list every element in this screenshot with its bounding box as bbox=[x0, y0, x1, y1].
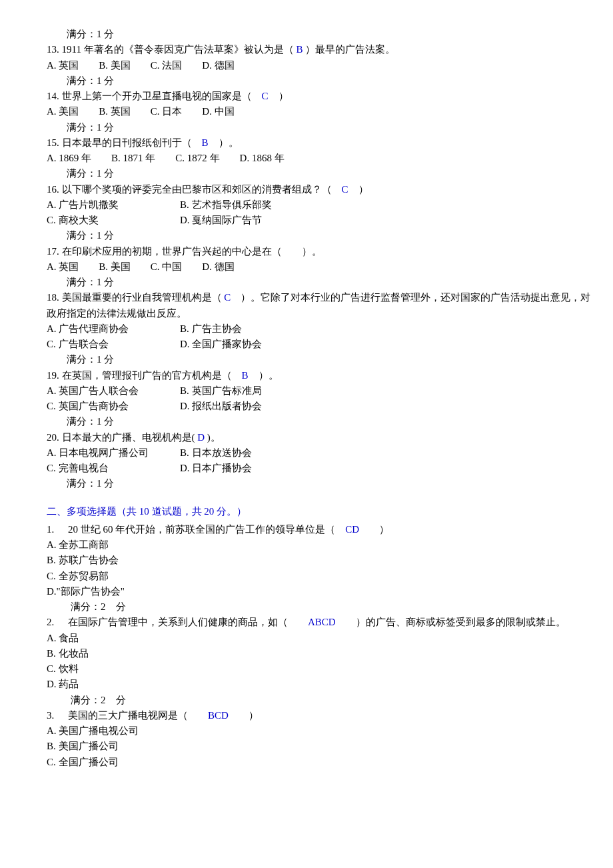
q13-options: A. 英国 B. 美国 C. 法国 D. 德国 bbox=[47, 58, 593, 73]
q20-opt-a: A. 日本电视网广播公司 bbox=[47, 445, 180, 461]
score-label-2: 满分：2 分 bbox=[47, 599, 593, 615]
q16-options-row1: A. 广告片凯撒奖B. 艺术指导俱乐部奖 bbox=[47, 197, 593, 213]
q20-answer: D bbox=[195, 432, 207, 443]
q18-opt-a: A. 广告代理商协会 bbox=[47, 321, 180, 337]
q14-options: A. 美国 B. 英国 C. 日本 D. 中国 bbox=[47, 104, 593, 119]
q16-opt-a: A. 广告片凯撒奖 bbox=[47, 197, 180, 213]
m2-options: A. 食品 B. 化妆品 C. 饮料 D. 药品 bbox=[47, 631, 593, 693]
score-label: 满分：1 分 bbox=[47, 275, 593, 290]
q13-stem-a: 13. 1911 年著名的《普令泰因克广告法草案》被认为是（ bbox=[47, 44, 294, 55]
q13-answer: B bbox=[294, 44, 306, 55]
m2-opt-b: B. 化妆品 bbox=[47, 646, 593, 661]
q14-stem-a: 14. 世界上第一个开办卫星直播电视的国家是（ bbox=[47, 91, 252, 101]
m1-opt-b: B. 苏联广告协会 bbox=[47, 553, 593, 568]
m1-stem-a: 20 世纪 60 年代开始，前苏联全国的广告工作的领导单位是（ bbox=[68, 524, 335, 535]
score-label: 满分：1 分 bbox=[47, 166, 593, 181]
m1-opt-a: A. 全苏工商部 bbox=[47, 537, 593, 553]
q15-text: 15. 日本最早的日刊报纸创刊于（ B ）。 bbox=[47, 135, 593, 151]
q20-options-row1: A. 日本电视网广播公司B. 日本放送协会 bbox=[47, 445, 593, 461]
m3-stem-b: ） bbox=[249, 710, 259, 721]
m1-num: 1. bbox=[47, 522, 68, 537]
q20-opt-c: C. 完善电视台 bbox=[47, 461, 180, 476]
q20-stem-b: )。 bbox=[207, 432, 221, 443]
q15-answer: B bbox=[192, 137, 219, 148]
q17-options: A. 英国 B. 美国 C. 中国 D. 德国 bbox=[47, 259, 593, 275]
score-label: 满分：1 分 bbox=[47, 27, 593, 42]
q14-text: 14. 世界上第一个开办卫星直播电视的国家是（ C ） bbox=[47, 89, 593, 104]
m2-stem-b: ）的广告、商标或标签受到最多的限制或禁止。 bbox=[356, 617, 566, 627]
m3-opt-b: B. 美国广播公司 bbox=[47, 739, 593, 754]
m2-answer: ABCD bbox=[288, 617, 356, 627]
score-label: 满分：1 分 bbox=[47, 120, 593, 135]
q20-options-row2: C. 完善电视台D. 日本广播协会 bbox=[47, 461, 593, 476]
score-label: 满分：1 分 bbox=[47, 476, 593, 491]
q18-opt-d: D. 全国广播家协会 bbox=[180, 339, 262, 349]
score-label: 满分：1 分 bbox=[47, 73, 593, 89]
q13-stem-b: ）最早的广告法案。 bbox=[305, 44, 395, 55]
q15-stem-a: 15. 日本最早的日刊报纸创刊于（ bbox=[47, 137, 192, 148]
q20-opt-b: B. 日本放送协会 bbox=[180, 447, 252, 458]
q16-opt-b: B. 艺术指导俱乐部奖 bbox=[180, 199, 272, 210]
q18-stem-a: 18. 美国最重要的行业自我管理机构是（ bbox=[47, 292, 222, 303]
q17-text: 17. 在印刷术应用的初期，世界广告兴起的中心是在（ ）。 bbox=[47, 244, 593, 259]
score-label: 满分：1 分 bbox=[47, 228, 593, 243]
q18-options-row2: C. 广告联合会D. 全国广播家协会 bbox=[47, 337, 593, 352]
q19-text: 19. 在英国，管理报刊广告的官方机构是（ B ）。 bbox=[47, 368, 593, 383]
q19-options-row1: A. 英国广告人联合会B. 英国广告标准局 bbox=[47, 383, 593, 399]
m2-text: 2.在国际广告管理中，关系到人们健康的商品，如（ ABCD ）的广告、商标或标签… bbox=[47, 615, 593, 630]
q16-opt-d: D. 戛纳国际广告节 bbox=[180, 215, 262, 225]
q16-answer: C bbox=[332, 184, 358, 195]
q19-stem-a: 19. 在英国，管理报刊广告的官方机构是（ bbox=[47, 370, 232, 381]
q16-stem-b: ） bbox=[358, 184, 368, 195]
m2-opt-a: A. 食品 bbox=[47, 631, 593, 646]
q19-opt-c: C. 英国广告商协会 bbox=[47, 399, 180, 414]
q18-answer: C bbox=[222, 292, 241, 303]
q18-text: 18. 美国最重要的行业自我管理机构是（ C ）。它除了对本行业的广告进行监督管… bbox=[47, 290, 593, 321]
q19-opt-a: A. 英国广告人联合会 bbox=[47, 383, 180, 399]
score-label: 满分：1 分 bbox=[47, 352, 593, 367]
q20-stem-a: 20. 日本最大的广播、电视机构是( bbox=[47, 432, 195, 443]
m3-answer: BCD bbox=[188, 710, 249, 721]
q14-stem-b: ） bbox=[279, 91, 289, 101]
m3-num: 3. bbox=[47, 708, 68, 723]
score-label: 满分：1 分 bbox=[47, 414, 593, 429]
q16-text: 16. 以下哪个奖项的评委完全由巴黎市区和郊区的消费者组成？（ C ） bbox=[47, 182, 593, 197]
q18-opt-c: C. 广告联合会 bbox=[47, 337, 180, 352]
m1-opt-c: C. 全苏贸易部 bbox=[47, 569, 593, 584]
score-label-2: 满分：2 分 bbox=[47, 693, 593, 708]
q18-opt-b: B. 广告主协会 bbox=[180, 323, 242, 334]
m1-opt-d: D."部际广告协会" bbox=[47, 584, 593, 599]
q15-stem-b: ）。 bbox=[219, 137, 239, 148]
m2-opt-c: C. 饮料 bbox=[47, 661, 593, 677]
q18-options-row1: A. 广告代理商协会B. 广告主协会 bbox=[47, 321, 593, 337]
m1-options: A. 全苏工商部 B. 苏联广告协会 C. 全苏贸易部 D."部际广告协会" bbox=[47, 537, 593, 599]
m3-stem-a: 美国的三大广播电视网是（ bbox=[68, 710, 188, 721]
m2-opt-d: D. 药品 bbox=[47, 677, 593, 692]
q14-answer: C bbox=[252, 91, 279, 101]
q19-opt-d: D. 报纸出版者协会 bbox=[180, 401, 262, 411]
m3-options: A. 美国广播电视公司 B. 美国广播公司 C. 全国广播公司 bbox=[47, 723, 593, 770]
m1-text: 1.20 世纪 60 年代开始，前苏联全国的广告工作的领导单位是（ CD ） bbox=[47, 522, 593, 537]
section-2-title: 二、多项选择题（共 10 道试题，共 20 分。） bbox=[47, 504, 593, 519]
q13-text: 13. 1911 年著名的《普令泰因克广告法草案》被认为是（ B ）最早的广告法… bbox=[47, 42, 593, 57]
m2-stem-a: 在国际广告管理中，关系到人们健康的商品，如（ bbox=[68, 617, 288, 627]
q19-options-row2: C. 英国广告商协会D. 报纸出版者协会 bbox=[47, 399, 593, 414]
m1-stem-b: ） bbox=[379, 524, 389, 535]
m3-opt-c: C. 全国广播公司 bbox=[47, 755, 593, 770]
q16-options-row2: C. 商校大奖D. 戛纳国际广告节 bbox=[47, 213, 593, 228]
m2-num: 2. bbox=[47, 615, 68, 630]
q19-stem-b: ）。 bbox=[259, 370, 279, 381]
q15-options: A. 1869 年 B. 1871 年 C. 1872 年 D. 1868 年 bbox=[47, 151, 593, 166]
q19-opt-b: B. 英国广告标准局 bbox=[180, 385, 262, 396]
q16-stem-a: 16. 以下哪个奖项的评委完全由巴黎市区和郊区的消费者组成？（ bbox=[47, 184, 332, 195]
q20-text: 20. 日本最大的广播、电视机构是( D )。 bbox=[47, 430, 593, 445]
m3-opt-a: A. 美国广播电视公司 bbox=[47, 723, 593, 739]
q20-opt-d: D. 日本广播协会 bbox=[180, 463, 252, 473]
m1-answer: CD bbox=[335, 524, 379, 535]
m3-text: 3.美国的三大广播电视网是（ BCD ） bbox=[47, 708, 593, 723]
q16-opt-c: C. 商校大奖 bbox=[47, 213, 180, 228]
q19-answer: B bbox=[232, 370, 259, 381]
